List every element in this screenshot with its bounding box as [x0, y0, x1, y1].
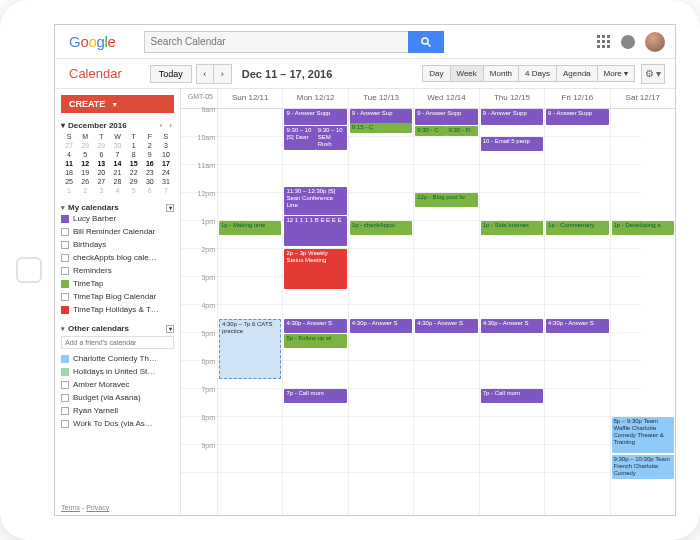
- calendar-event[interactable]: 7p - Call mom: [284, 389, 346, 403]
- calendar-event[interactable]: 1p - Side busines: [481, 221, 543, 235]
- mini-day[interactable]: 29: [126, 177, 142, 186]
- calendar-event[interactable]: 9 - Answer Supp: [284, 109, 346, 125]
- mini-day[interactable]: 1: [61, 186, 77, 195]
- google-logo[interactable]: Google: [69, 33, 116, 50]
- day-column[interactable]: 9 - Answer Supp1p - Commentary4:30p - An…: [544, 109, 609, 515]
- mini-day[interactable]: 30: [142, 177, 158, 186]
- calendar-item[interactable]: Lucy Barber: [61, 212, 174, 225]
- create-button[interactable]: CREATE ▼: [61, 95, 174, 113]
- mini-day[interactable]: 8: [126, 150, 142, 159]
- calendar-event[interactable]: 9:30 – 10 SEM Rush: [316, 126, 347, 150]
- mini-day[interactable]: 2: [77, 186, 93, 195]
- mini-day[interactable]: 20: [93, 168, 109, 177]
- calendar-item[interactable]: Bill Reminder Calendar: [61, 225, 174, 238]
- mini-day[interactable]: 4: [109, 186, 125, 195]
- notifications-icon[interactable]: [621, 35, 635, 49]
- next-button[interactable]: ›: [214, 64, 232, 84]
- calendar-event[interactable]: 9:30 – 10 [S] Dear: [284, 126, 315, 150]
- calendar-event[interactable]: 1p - Developing a: [612, 221, 674, 235]
- section-menu-icon[interactable]: ▾: [166, 325, 174, 333]
- mini-day[interactable]: 6: [142, 186, 158, 195]
- calendar-event[interactable]: 9:30 - C: [415, 126, 446, 136]
- calendar-item[interactable]: Reminders: [61, 264, 174, 277]
- calendar-event[interactable]: 8p – 9:30p Team Waffle Charlotte Comedy …: [612, 417, 674, 453]
- mini-day[interactable]: 29: [93, 141, 109, 150]
- view-day[interactable]: Day: [422, 65, 450, 82]
- view-week[interactable]: Week: [451, 65, 484, 82]
- calendar-event[interactable]: 9 - Answer Supp: [415, 109, 477, 125]
- calendar-item[interactable]: Work To Dos (via As…: [61, 417, 174, 430]
- mini-day[interactable]: 16: [142, 159, 158, 168]
- mini-day[interactable]: 28: [77, 141, 93, 150]
- day-column[interactable]: 9 - Answer Supp10 - Email 5 peop1p - Sid…: [479, 109, 544, 515]
- calendar-event[interactable]: 4:30p - Answer S: [350, 319, 412, 333]
- calendar-item[interactable]: checkAppts blog cale…: [61, 251, 174, 264]
- privacy-link[interactable]: Privacy: [86, 504, 109, 511]
- mini-day[interactable]: 30: [109, 141, 125, 150]
- calendar-item[interactable]: TimeTap Holidays & T…: [61, 303, 174, 316]
- mini-day[interactable]: 3: [158, 141, 174, 150]
- mini-day[interactable]: 28: [109, 177, 125, 186]
- calendar-item[interactable]: Birthdays: [61, 238, 174, 251]
- mini-day[interactable]: 2: [142, 141, 158, 150]
- terms-link[interactable]: Terms: [61, 504, 80, 511]
- mini-day[interactable]: 21: [109, 168, 125, 177]
- calendar-event[interactable]: 4:30p - Answer S: [546, 319, 608, 333]
- calendar-item[interactable]: Holidays in United St…: [61, 365, 174, 378]
- mini-day[interactable]: 19: [77, 168, 93, 177]
- mini-day[interactable]: 22: [126, 168, 142, 177]
- calendar-event[interactable]: 9 - Answer Supp: [481, 109, 543, 125]
- mini-day[interactable]: 27: [93, 177, 109, 186]
- mini-day[interactable]: 12: [77, 159, 93, 168]
- today-button[interactable]: Today: [150, 65, 192, 83]
- add-calendar-input[interactable]: [61, 336, 174, 349]
- calendar-event[interactable]: 9:30 - Fi: [446, 126, 477, 136]
- mini-day[interactable]: 5: [77, 150, 93, 159]
- mini-day[interactable]: 18: [61, 168, 77, 177]
- calendar-event[interactable]: 4:30p – 7p 6 CATS practice: [219, 319, 281, 379]
- day-column[interactable]: 1p - Developing a8p – 9:30p Team Waffle …: [610, 109, 675, 515]
- calendar-event[interactable]: 4:30p - Answer S: [415, 319, 477, 333]
- mini-day[interactable]: 17: [158, 159, 174, 168]
- mini-prev[interactable]: ‹: [158, 121, 165, 130]
- apps-icon[interactable]: [597, 35, 611, 49]
- calendar-event[interactable]: 5p - Follow up wi: [284, 334, 346, 348]
- calendar-event[interactable]: 11:30 – 12:30p [S] Sean Conference Line: [284, 187, 346, 215]
- mini-day[interactable]: 11: [61, 159, 77, 168]
- mini-next[interactable]: ›: [167, 121, 174, 130]
- mini-day[interactable]: 23: [142, 168, 158, 177]
- tablet-home-button[interactable]: [16, 257, 42, 283]
- mini-day[interactable]: 10: [158, 150, 174, 159]
- calendar-event[interactable]: 9 - Answer Supp: [546, 109, 608, 125]
- more-button[interactable]: More ▾: [598, 65, 635, 82]
- mini-day[interactable]: 26: [77, 177, 93, 186]
- calendar-item[interactable]: TimeTap: [61, 277, 174, 290]
- calendar-event[interactable]: 10 - Email 5 peop: [481, 137, 543, 151]
- mini-day[interactable]: 7: [109, 150, 125, 159]
- view-agenda[interactable]: Agenda: [557, 65, 598, 82]
- settings-button[interactable]: ⚙ ▾: [641, 64, 665, 84]
- my-calendars-header[interactable]: My calendars ▾: [61, 203, 174, 212]
- mini-day[interactable]: 6: [93, 150, 109, 159]
- mini-day[interactable]: 15: [126, 159, 142, 168]
- mini-day[interactable]: 24: [158, 168, 174, 177]
- calendar-event[interactable]: 12p - Blog post liv: [415, 193, 477, 207]
- mini-day[interactable]: 4: [61, 150, 77, 159]
- view-4days[interactable]: 4 Days: [519, 65, 557, 82]
- mini-day[interactable]: 9: [142, 150, 158, 159]
- calendar-event[interactable]: 12 1 1 1 1 B E E E E: [284, 216, 346, 246]
- day-column[interactable]: 1p - Making time4:30p – 7p 6 CATS practi…: [217, 109, 282, 515]
- calendar-item[interactable]: Budget (via Asana): [61, 391, 174, 404]
- day-column[interactable]: 9 - Answer Sup9:15 - C1p - checkAppoi4:3…: [348, 109, 413, 515]
- calendar-event[interactable]: 7p - Call mom: [481, 389, 543, 403]
- mini-day[interactable]: 27: [61, 141, 77, 150]
- mini-day[interactable]: 31: [158, 177, 174, 186]
- search-button[interactable]: [408, 31, 444, 53]
- mini-day[interactable]: 14: [109, 159, 125, 168]
- mini-day[interactable]: 3: [93, 186, 109, 195]
- mini-day[interactable]: 1: [126, 141, 142, 150]
- calendar-event[interactable]: 1p - Commentary: [546, 221, 608, 235]
- prev-button[interactable]: ‹: [196, 64, 214, 84]
- section-menu-icon[interactable]: ▾: [166, 204, 174, 212]
- calendar-item[interactable]: Charlotte Comedy Th…: [61, 352, 174, 365]
